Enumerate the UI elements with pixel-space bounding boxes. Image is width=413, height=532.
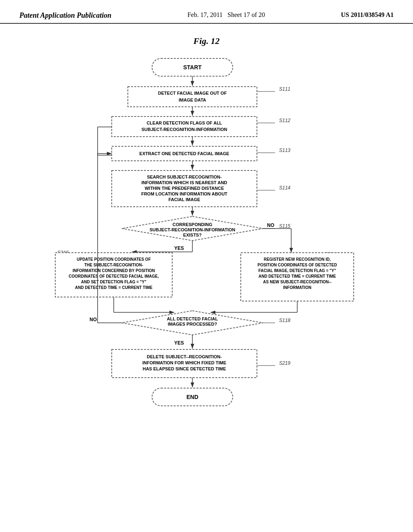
page-header: Patent Application Publication Feb. 17, … (0, 0, 413, 24)
figure-label: Fig. 12 (0, 36, 413, 46)
svg-text:S112: S112 (279, 118, 290, 123)
svg-text:DELETE SUBJECT--RECOGNITION-: DELETE SUBJECT--RECOGNITION- (147, 354, 222, 359)
flowchart-diagram: START S111 DETECT FACIAL IMAGE OUT OF IM… (49, 50, 364, 518)
svg-text:THE SUBJECT-RECOGNITION-: THE SUBJECT-RECOGNITION- (84, 263, 143, 267)
svg-text:INFORMATION CONCERNED BY POSIT: INFORMATION CONCERNED BY POSITION (73, 268, 155, 273)
svg-text:S111: S111 (279, 86, 290, 92)
svg-text:FROM LOCATION INFORMATION ABOU: FROM LOCATION INFORMATION ABOUT (141, 191, 227, 196)
svg-text:UPDATE POSITION COORDINATES OF: UPDATE POSITION COORDINATES OF (77, 257, 151, 262)
svg-text:AND DETECTED TIME = CURRENT TI: AND DETECTED TIME = CURRENT TIME (75, 285, 152, 290)
header-center: Feb. 17, 2011 Sheet 17 of 20 (188, 11, 265, 19)
svg-text:INFORMATION: INFORMATION (283, 285, 311, 290)
svg-text:DETECT FACIAL IMAGE OUT OF: DETECT FACIAL IMAGE OUT OF (158, 91, 227, 96)
svg-marker-35 (122, 216, 263, 241)
svg-text:NO: NO (90, 317, 97, 322)
svg-text:NO: NO (267, 222, 274, 228)
svg-text:SEARCH SUBJECT-RECOGNITION-: SEARCH SUBJECT-RECOGNITION- (147, 175, 222, 179)
svg-text:IMAGES PROCESSED?: IMAGES PROCESSED? (168, 322, 217, 326)
svg-rect-12 (112, 116, 257, 137)
svg-text:EXTRACT ONE DETECTED FACIAL IM: EXTRACT ONE DETECTED FACIAL IMAGE (140, 151, 229, 156)
svg-text:S219: S219 (279, 360, 290, 366)
svg-text:CLEAR DETECTION FLAGS OF ALL: CLEAR DETECTION FLAGS OF ALL (146, 121, 222, 125)
svg-text:S217: S217 (325, 251, 337, 257)
svg-rect-79 (112, 349, 257, 378)
svg-rect-21 (112, 146, 257, 161)
svg-text:ALL DETECTED FACIAL: ALL DETECTED FACIAL (167, 316, 218, 321)
svg-text:END: END (186, 394, 198, 400)
svg-text:AND DETECTED TIME = CURRENT TI: AND DETECTED TIME = CURRENT TIME (259, 274, 336, 278)
svg-text:SUBJECT-RECOGNITION-INFORMATIO: SUBJECT-RECOGNITION-INFORMATION (142, 127, 227, 132)
svg-text:S115: S115 (279, 223, 290, 229)
svg-text:REGISTER NEW RECOGNITION ID,: REGISTER NEW RECOGNITION ID, (264, 257, 331, 262)
svg-text:S114: S114 (279, 185, 290, 191)
svg-text:AS NEW SUBJECT-RECOGNITION--: AS NEW SUBJECT-RECOGNITION-- (263, 280, 331, 284)
svg-text:CORRESPONDING: CORRESPONDING (173, 222, 212, 227)
svg-text:COORDINATES OF DETECTED FACIAL: COORDINATES OF DETECTED FACIAL IMAGE, (69, 274, 159, 278)
svg-text:S113: S113 (279, 148, 290, 153)
svg-text:START: START (183, 64, 202, 71)
svg-text:S118: S118 (279, 318, 290, 323)
svg-text:EXISTS?: EXISTS? (183, 233, 202, 237)
svg-text:YES: YES (174, 340, 184, 346)
svg-text:WITHIN THE PREDEFINED DISTANCE: WITHIN THE PREDEFINED DISTANCE (145, 186, 224, 191)
svg-text:S216: S216 (57, 250, 69, 256)
pub-date: Feb. 17, 2011 (188, 11, 223, 18)
svg-text:INFORMATION FOR WHICH FIXED TI: INFORMATION FOR WHICH FIXED TIME (142, 360, 226, 365)
svg-rect-44 (55, 253, 172, 297)
svg-text:INFORMATION WHICH IS NEAREST A: INFORMATION WHICH IS NEAREST AND (142, 180, 227, 185)
svg-text:IMAGE DATA: IMAGE DATA (179, 98, 206, 102)
svg-rect-1 (152, 58, 233, 76)
svg-text:HAS ELAPSED SINCE DETECTED TIM: HAS ELAPSED SINCE DETECTED TIME (143, 366, 226, 371)
svg-marker-68 (122, 311, 263, 335)
svg-text:POSITION COORDINATES OF DETECT: POSITION COORDINATES OF DETECTED (257, 263, 337, 267)
svg-rect-55 (241, 253, 354, 301)
svg-text:FACIAL IMAGE: FACIAL IMAGE (169, 197, 200, 202)
sheet-info: Sheet 17 of 20 (227, 11, 265, 18)
svg-text:SUBJECT-RECOGNITION-INFORMATIO: SUBJECT-RECOGNITION-INFORMATION (150, 227, 236, 232)
svg-text:AND SET DETECTION FLAG = "Y": AND SET DETECTION FLAG = "Y" (81, 280, 146, 284)
patent-number: US 2011/038549 A1 (341, 11, 394, 19)
svg-text:YES: YES (174, 245, 184, 251)
svg-rect-84 (152, 388, 233, 406)
svg-rect-6 (128, 87, 257, 107)
publication-title: Patent Application Publication (19, 11, 111, 20)
svg-text:FACIAL IMAGE, DETECTION FLAG =: FACIAL IMAGE, DETECTION FLAG = "Y" (259, 268, 336, 273)
svg-rect-26 (112, 170, 257, 207)
